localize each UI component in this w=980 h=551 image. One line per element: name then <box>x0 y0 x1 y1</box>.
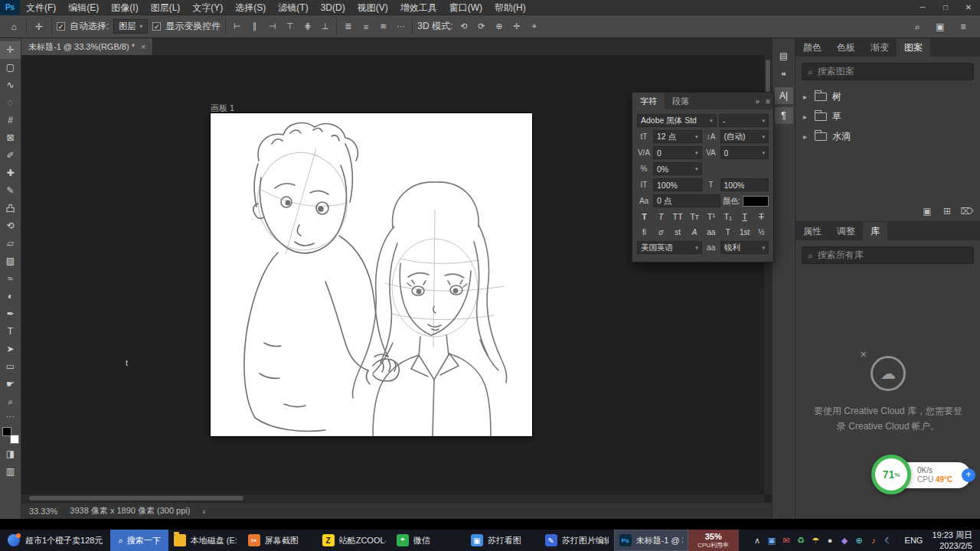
cpu-usage-widget[interactable]: 35% CPU利用率 <box>688 530 739 551</box>
eraser-tool[interactable]: ▱ <box>0 235 21 253</box>
menu-edit[interactable]: 编辑(E) <box>62 0 105 15</box>
blur-tool[interactable]: ≈ <box>0 270 21 288</box>
maximize-icon[interactable]: □ <box>934 0 957 15</box>
tray-icon[interactable]: ☾ <box>881 536 896 546</box>
taskbar-search[interactable]: ⌕ 搜索一下 <box>110 530 168 551</box>
tray-icon[interactable]: ◆ <box>838 536 852 546</box>
taskbar-app-soda-viewer[interactable]: ▣ 苏打看图 <box>466 530 540 551</box>
strikethrough-button[interactable]: T <box>754 210 769 223</box>
history-brush-tool[interactable]: ⟲ <box>0 217 21 235</box>
tab-gradients[interactable]: 渐变 <box>863 38 897 57</box>
leading-dropdown[interactable]: (自动) ▾ <box>720 130 769 143</box>
tab-character[interactable]: 字符 <box>632 93 665 109</box>
tray-icon[interactable]: ✉ <box>779 536 794 546</box>
news-widget[interactable]: 超市1个橙子卖128元 <box>0 530 110 551</box>
stylistic-alternates-button[interactable]: aa <box>704 226 718 239</box>
close-icon[interactable]: ✕ <box>957 0 980 15</box>
mode3d-icon-3[interactable]: ⊕ <box>492 21 505 31</box>
libraries-search-input[interactable]: ⌕ 搜索所有库 <box>802 246 974 264</box>
align-top-icon[interactable]: ⊤ <box>283 21 296 31</box>
home-icon[interactable]: ⌂ <box>6 21 21 32</box>
titling-alternates-button[interactable]: T <box>720 226 735 239</box>
font-size-dropdown[interactable]: 12 点 ▾ <box>653 130 702 143</box>
distribute-icon[interactable]: ≣ <box>341 21 354 31</box>
underline-button[interactable]: T <box>737 210 752 223</box>
vertical-scale-field[interactable]: 100% <box>653 178 702 191</box>
type-tool[interactable]: T <box>0 323 21 341</box>
rectangle-tool[interactable]: ▭ <box>0 358 21 376</box>
foreground-color-swatch[interactable] <box>2 427 11 436</box>
language-dropdown[interactable]: 美国英语 ▾ <box>637 241 702 254</box>
zoom-level[interactable]: 33.33% <box>29 507 57 516</box>
performance-widget[interactable]: 0K/s CPU 49°C + 71% <box>871 455 980 497</box>
taskbar-app-photoshop[interactable]: Ps 未标题-1 @ 3... <box>614 530 688 551</box>
align-center-h-icon[interactable]: ∥ <box>248 21 261 31</box>
menu-image[interactable]: 图像(I) <box>105 0 144 15</box>
search-icon[interactable]: ⌕ <box>910 21 925 32</box>
chevron-right-icon[interactable]: ▸ <box>803 112 809 121</box>
tray-icon[interactable]: ⊕ <box>852 536 867 546</box>
tray-icon[interactable]: ☂ <box>808 536 823 546</box>
faux-italic-button[interactable]: T <box>654 210 668 223</box>
tray-icon[interactable]: ♻ <box>794 536 808 546</box>
menu-filter[interactable]: 滤镜(T) <box>272 0 314 15</box>
color-swatches[interactable] <box>2 427 19 444</box>
align-right-icon[interactable]: ⊣ <box>266 21 279 31</box>
horizontal-scrollbar[interactable] <box>21 494 764 502</box>
path-selection-tool[interactable]: ➤ <box>0 341 21 358</box>
distribute-icon[interactable]: ≋ <box>377 21 390 31</box>
all-caps-button[interactable]: TT <box>671 210 685 223</box>
kerning-dropdown[interactable]: 0 ▾ <box>653 146 702 159</box>
crop-tool[interactable]: # <box>0 112 21 129</box>
pattern-group-grass[interactable]: ▸ 草 <box>795 106 980 126</box>
panel-menu-icon[interactable]: ≡ <box>763 97 773 106</box>
menu-type[interactable]: 文字(Y) <box>186 0 229 15</box>
align-left-icon[interactable]: ⊢ <box>230 21 243 31</box>
tab-patterns[interactable]: 图案 <box>897 38 930 57</box>
auto-select-dropdown[interactable]: 图层 ▾ <box>113 19 148 34</box>
taskbar-app-wechat[interactable]: ❝ 微信 <box>391 530 466 551</box>
pattern-group-tree[interactable]: ▸ 树 <box>795 86 980 106</box>
mode3d-icon-5[interactable]: ⌖ <box>528 21 541 31</box>
patterns-search-input[interactable]: ⌕ 搜索图案 <box>802 63 974 80</box>
pattern-group-waterdrop[interactable]: ▸ 水滴 <box>795 126 980 146</box>
pen-tool[interactable]: ✒ <box>0 305 21 323</box>
taskbar-app-disk[interactable]: 本地磁盘 (E:) <box>168 530 243 551</box>
status-chevron-icon[interactable]: › <box>202 507 205 516</box>
mode3d-icon-2[interactable]: ⟳ <box>475 21 488 31</box>
marquee-tool[interactable]: ▢ <box>0 59 21 77</box>
lasso-tool[interactable]: ∿ <box>0 77 21 94</box>
menu-3d[interactable]: 3D(D) <box>315 0 351 15</box>
tray-chevron-icon[interactable]: ∧ <box>750 536 765 546</box>
taskbar-app-screenshot[interactable]: ✂ 屏幕截图 <box>243 530 317 551</box>
hand-tool[interactable]: ☛ <box>0 376 21 393</box>
close-tab-icon[interactable]: × <box>141 42 145 51</box>
tray-icon[interactable]: ♪ <box>867 536 881 545</box>
mode3d-icon-4[interactable]: ✛ <box>510 21 523 31</box>
align-middle-icon[interactable]: ⋕ <box>301 21 314 31</box>
minimize-icon[interactable]: ─ <box>911 0 934 15</box>
clone-stamp-tool[interactable]: 凸 <box>0 200 21 217</box>
chevron-right-icon[interactable]: ▸ <box>803 132 809 141</box>
frame-tool[interactable]: ⊠ <box>0 129 21 147</box>
more-options-icon[interactable]: ⋯ <box>394 21 407 31</box>
auto-select-checkbox[interactable]: ✓ <box>57 22 65 31</box>
menu-window[interactable]: 窗口(W) <box>443 0 488 15</box>
chevron-right-icon[interactable]: ▸ <box>803 93 809 101</box>
artboard[interactable] <box>211 113 532 436</box>
font-style-dropdown[interactable]: - ▾ <box>719 114 769 127</box>
clock[interactable]: 19:23 周日 2023/2/5 <box>929 530 980 551</box>
contextual-alternates-button[interactable]: σ <box>654 226 668 239</box>
character-panel-icon[interactable]: A| <box>775 87 793 104</box>
taskbar-app-zcool[interactable]: Z 站酷ZCOOL-... <box>317 530 391 551</box>
swash-button[interactable]: A <box>688 226 702 239</box>
paragraph-panel-icon[interactable]: ¶ <box>775 107 793 124</box>
menu-view[interactable]: 视图(V) <box>351 0 394 15</box>
dodge-tool[interactable]: ◐ <box>0 288 21 305</box>
menu-file[interactable]: 文件(F) <box>20 0 62 15</box>
delete-icon[interactable]: ⌦ <box>959 204 975 218</box>
antialias-dropdown[interactable]: 锐利 ▾ <box>720 241 769 254</box>
discretionary-ligatures-button[interactable]: st <box>671 226 685 239</box>
new-pattern-icon[interactable]: ⊞ <box>939 204 956 218</box>
small-caps-button[interactable]: Tᴛ <box>688 210 702 223</box>
